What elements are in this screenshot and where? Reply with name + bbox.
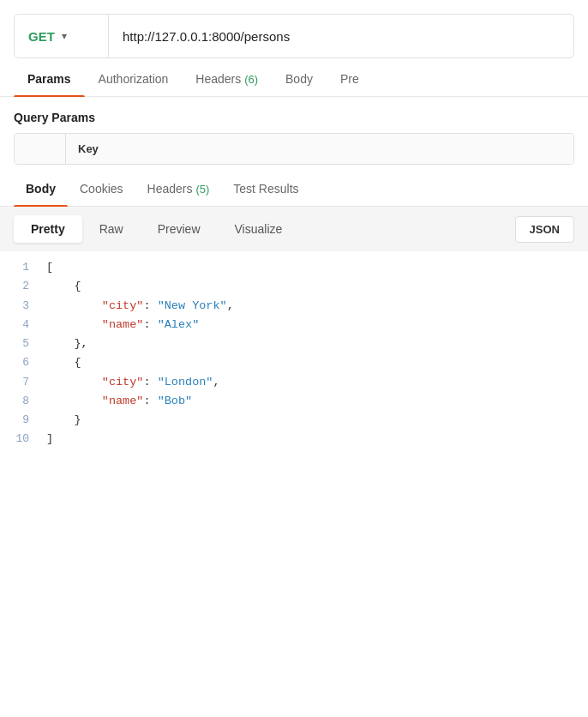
format-bar: Pretty Raw Preview Visualize JSON: [0, 207, 588, 251]
line-number: 7: [0, 373, 43, 391]
code-line-10: 10 ]: [0, 430, 588, 449]
code-line-2: 2 {: [0, 277, 588, 296]
tab-headers[interactable]: Headers (6): [182, 62, 272, 96]
res-tab-test-results[interactable]: Test Results: [221, 172, 310, 206]
url-input[interactable]: [109, 29, 573, 44]
line-number: 3: [0, 297, 43, 315]
res-tab-cookies[interactable]: Cookies: [68, 172, 135, 206]
code-content: 1 [ 2 { 3 "city": "New York", 4 "name": …: [0, 251, 588, 456]
format-tabs: Pretty Raw Preview Visualize: [14, 215, 299, 243]
code-line-8: 8 "name": "Bob": [0, 392, 588, 411]
line-content: ]: [43, 430, 588, 449]
chevron-down-icon: ▾: [62, 30, 67, 42]
fmt-tab-visualize[interactable]: Visualize: [218, 215, 300, 243]
line-number: 9: [0, 411, 43, 429]
params-key-col: Key: [66, 134, 573, 164]
line-content: "name": "Alex": [43, 316, 588, 334]
line-number: 6: [0, 353, 43, 371]
tab-body[interactable]: Body: [272, 62, 327, 96]
request-tabs: Params Authorization Headers (6) Body Pr…: [0, 62, 588, 97]
method-selector[interactable]: GET ▾: [15, 15, 109, 57]
headers-badge: (6): [244, 73, 258, 86]
fmt-tab-preview[interactable]: Preview: [141, 215, 218, 243]
code-line-3: 3 "city": "New York",: [0, 297, 588, 316]
res-tab-body[interactable]: Body: [14, 172, 68, 206]
line-content: }: [43, 411, 588, 430]
line-number: 4: [0, 316, 43, 334]
code-line-6: 6 {: [0, 353, 588, 372]
tab-params[interactable]: Params: [14, 62, 85, 96]
tab-authorization[interactable]: Authorization: [85, 62, 183, 96]
response-section: Body Cookies Headers (5) Test Results Pr…: [0, 172, 588, 456]
res-headers-badge: (5): [195, 183, 209, 196]
query-params-section: Query Params Key: [0, 97, 588, 165]
code-line-1: 1 [: [0, 258, 588, 277]
params-table: Key: [14, 133, 574, 165]
code-line-9: 9 }: [0, 411, 588, 430]
line-content: },: [43, 334, 588, 353]
line-number: 8: [0, 392, 43, 410]
line-number: 10: [0, 430, 43, 448]
res-tab-headers[interactable]: Headers (5): [135, 172, 222, 206]
line-content: "city": "London",: [43, 373, 588, 392]
response-tabs: Body Cookies Headers (5) Test Results: [0, 172, 588, 207]
line-content: {: [43, 353, 588, 372]
line-content: [: [43, 258, 588, 277]
fmt-tab-raw[interactable]: Raw: [82, 215, 141, 243]
params-header: Key: [15, 134, 573, 164]
line-content: {: [43, 277, 588, 296]
code-line-5: 5 },: [0, 334, 588, 353]
query-params-title: Query Params: [14, 111, 574, 124]
tab-pre[interactable]: Pre: [327, 62, 373, 96]
line-number: 1: [0, 258, 43, 276]
format-type-button[interactable]: JSON: [515, 216, 574, 243]
code-line-7: 7 "city": "London",: [0, 373, 588, 392]
url-bar: GET ▾: [14, 14, 574, 58]
line-number: 2: [0, 277, 43, 295]
line-number: 5: [0, 334, 43, 352]
line-content: "name": "Bob": [43, 392, 588, 411]
code-line-4: 4 "name": "Alex": [0, 316, 588, 334]
method-label: GET: [28, 29, 55, 44]
fmt-tab-pretty[interactable]: Pretty: [14, 215, 82, 243]
params-checkbox-col: [15, 134, 66, 164]
line-content: "city": "New York",: [43, 297, 588, 316]
json-code-area: 1 [ 2 { 3 "city": "New York", 4 "name": …: [0, 251, 588, 456]
